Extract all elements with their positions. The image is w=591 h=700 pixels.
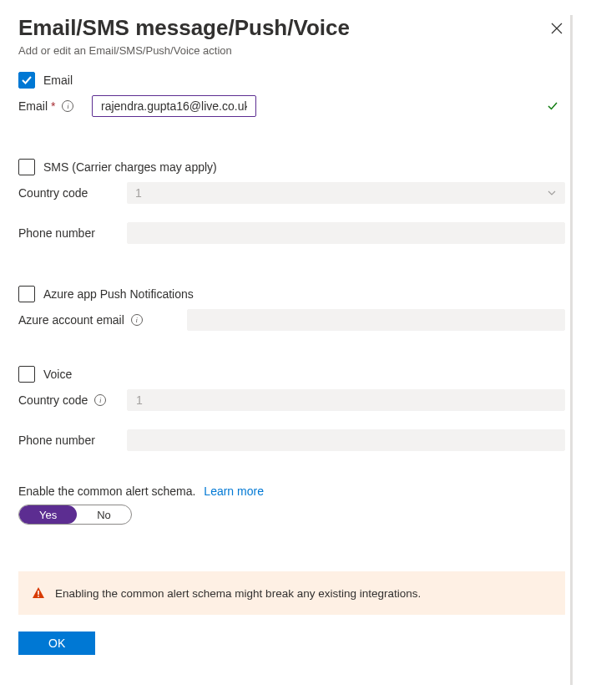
warning-banner: Enabling the common alert schema might b… [18,571,565,615]
close-icon [551,23,563,34]
warning-icon [32,586,45,600]
voice-country-input[interactable] [127,389,565,411]
toggle-yes[interactable]: Yes [19,505,77,524]
voice-country-label: Country code [18,393,88,407]
chevron-down-icon [547,188,557,198]
ok-button[interactable]: OK [18,632,95,655]
valid-icon [547,100,558,112]
panel-title: Email/SMS message/Push/Voice [18,15,565,41]
sms-country-value: 1 [135,186,142,200]
learn-more-link[interactable]: Learn more [204,484,264,498]
info-icon[interactable]: i [62,100,73,112]
voice-checkbox[interactable] [18,366,35,383]
close-button[interactable] [548,20,565,37]
panel-subtitle: Add or edit an Email/SMS/Push/Voice acti… [18,44,565,57]
check-icon [21,74,33,86]
info-icon[interactable]: i [94,394,106,406]
sms-checkbox-label: SMS (Carrier charges may apply) [43,160,217,174]
warning-text: Enabling the common alert schema might b… [55,587,421,600]
voice-phone-label: Phone number [18,434,95,447]
required-indicator: * [51,99,55,113]
voice-phone-input[interactable] [127,429,565,451]
push-checkbox-label: Azure app Push Notifications [43,287,194,301]
push-checkbox[interactable] [18,286,35,302]
svg-rect-1 [38,596,39,597]
email-checkbox-label: Email [43,74,73,87]
schema-toggle[interactable]: Yes No [18,505,132,525]
sms-phone-input[interactable] [127,222,565,244]
schema-label: Enable the common alert schema. [18,484,195,498]
sms-country-select[interactable]: 1 [127,182,565,204]
svg-rect-0 [38,591,39,595]
email-checkbox[interactable] [18,72,35,89]
sms-phone-label: Phone number [18,226,95,240]
sms-country-label: Country code [18,186,88,200]
sms-checkbox[interactable] [18,159,35,175]
push-email-input[interactable] [187,309,565,331]
info-icon[interactable]: i [131,314,143,326]
email-input[interactable] [92,95,256,117]
voice-checkbox-label: Voice [43,368,72,381]
email-field-label: Email [18,99,48,113]
toggle-no[interactable]: No [77,505,131,524]
push-field-label: Azure account email [18,313,124,327]
